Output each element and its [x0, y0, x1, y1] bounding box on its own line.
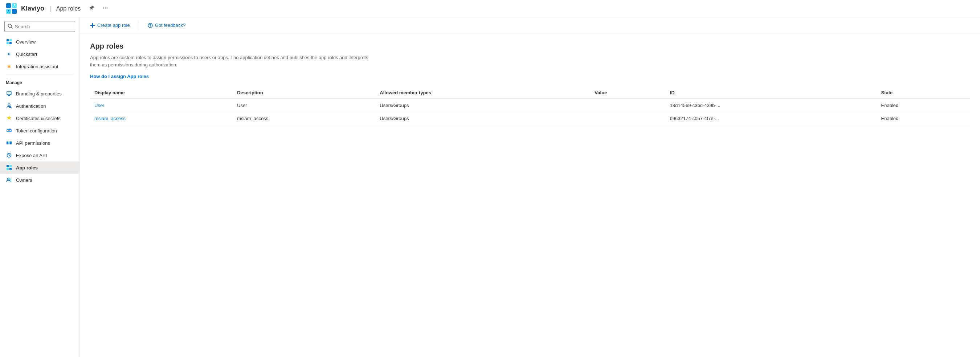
- sidebar-divider-manage: [6, 74, 74, 75]
- layout: « Overview Quickstart Integration assist…: [0, 17, 980, 357]
- integration-label: Integration assistant: [16, 64, 58, 69]
- app-roles-table: Display name Description Allowed member …: [90, 87, 970, 125]
- svg-rect-1: [12, 3, 17, 8]
- svg-line-10: [11, 27, 13, 28]
- branding-label: Branding & properties: [16, 91, 62, 97]
- sidebar-approles[interactable]: App roles: [0, 162, 80, 174]
- pin-button[interactable]: [87, 4, 97, 14]
- col-description: Description: [233, 87, 375, 99]
- svg-point-8: [107, 7, 108, 8]
- learn-link[interactable]: How do I assign App roles: [90, 74, 149, 79]
- svg-point-35: [8, 178, 10, 180]
- cell-state-0: Enabled: [877, 99, 970, 112]
- svg-rect-32: [6, 168, 9, 170]
- feedback-button[interactable]: Got feedback?: [145, 20, 189, 30]
- cell-display-name-1: msiam_access: [90, 112, 233, 125]
- svg-rect-17: [8, 92, 11, 94]
- overview-label: Overview: [16, 39, 35, 44]
- create-app-role-button[interactable]: Create app role: [87, 20, 133, 30]
- overview-icon: [6, 38, 12, 45]
- role-link-0[interactable]: User: [94, 103, 104, 108]
- sidebar-authentication[interactable]: Authentication: [0, 100, 80, 112]
- table-row: msiam_access msiam_access Users/Groups b…: [90, 112, 970, 125]
- svg-point-5: [14, 4, 16, 5]
- expose-icon: [6, 152, 12, 159]
- api-label: API permissions: [16, 140, 50, 146]
- sidebar-token[interactable]: Token configuration: [0, 124, 80, 137]
- app-name: Klaviyo: [21, 5, 44, 12]
- app-header: Klaviyo | App roles: [0, 0, 980, 17]
- svg-rect-0: [6, 3, 11, 8]
- svg-rect-11: [6, 39, 9, 41]
- svg-rect-18: [8, 95, 10, 96]
- sidebar-quickstart[interactable]: Quickstart: [0, 48, 80, 60]
- svg-rect-28: [10, 141, 12, 144]
- header-divider: |: [49, 5, 51, 12]
- cell-allowed-1: Users/Groups: [375, 112, 590, 125]
- integration-icon: [6, 63, 12, 70]
- create-app-role-label: Create app role: [97, 22, 130, 28]
- token-label: Token configuration: [16, 128, 57, 133]
- certificates-icon: [6, 115, 12, 122]
- api-icon: [6, 140, 12, 146]
- sidebar-expose[interactable]: Expose an API: [0, 149, 80, 162]
- cell-id-0: 18d14569-c3bd-439b-...: [666, 99, 877, 112]
- col-allowed-member-types: Allowed member types: [375, 87, 590, 99]
- toolbar: Create app role Got feedback?: [80, 17, 980, 33]
- search-input[interactable]: [15, 24, 76, 29]
- owners-label: Owners: [16, 178, 32, 183]
- search-icon: [8, 24, 13, 30]
- cell-id-1: b9632174-c057-4f7e-...: [666, 112, 877, 125]
- cell-value-0: [590, 99, 665, 112]
- sidebar-branding[interactable]: Branding & properties: [0, 87, 80, 100]
- svg-rect-14: [10, 42, 12, 44]
- col-value: Value: [590, 87, 665, 99]
- feedback-label: Got feedback?: [155, 22, 186, 28]
- token-icon: [6, 127, 12, 134]
- svg-rect-27: [8, 141, 10, 144]
- quickstart-label: Quickstart: [16, 52, 37, 57]
- page-title: App roles: [90, 42, 970, 51]
- table-header: Display name Description Allowed member …: [90, 87, 970, 99]
- cell-state-1: Enabled: [877, 112, 970, 125]
- more-button[interactable]: [100, 4, 110, 14]
- quickstart-icon: [6, 51, 12, 57]
- sidebar-search-container: «: [0, 17, 80, 36]
- toolbar-separator: [138, 21, 139, 30]
- svg-rect-26: [6, 141, 8, 144]
- cell-description-0: User: [233, 99, 375, 112]
- cell-value-1: [590, 112, 665, 125]
- page-description: App roles are custom roles to assign per…: [90, 54, 373, 68]
- branding-icon: [6, 90, 12, 97]
- svg-rect-30: [6, 165, 9, 167]
- main-content: Create app role Got feedback? App roles …: [80, 17, 980, 357]
- sidebar-api[interactable]: API permissions: [0, 137, 80, 149]
- owners-icon: [6, 177, 12, 183]
- col-display-name: Display name: [90, 87, 233, 99]
- plus-icon: [90, 23, 95, 28]
- sidebar-certificates[interactable]: Certificates & secrets: [0, 112, 80, 124]
- approles-icon: [6, 164, 12, 171]
- svg-point-6: [103, 7, 104, 8]
- sidebar-search-box[interactable]: «: [4, 21, 75, 32]
- svg-rect-31: [10, 165, 12, 167]
- authentication-label: Authentication: [16, 103, 46, 109]
- col-state: State: [877, 87, 970, 99]
- app-logo: [6, 3, 18, 14]
- feedback-icon: [148, 23, 153, 28]
- sidebar: « Overview Quickstart Integration assist…: [0, 17, 80, 357]
- role-link-1[interactable]: msiam_access: [94, 116, 126, 121]
- sidebar-owners[interactable]: Owners: [0, 174, 80, 186]
- approles-label: App roles: [16, 165, 38, 171]
- col-id: ID: [666, 87, 877, 99]
- cell-description-1: msiam_access: [233, 112, 375, 125]
- svg-point-40: [150, 26, 150, 27]
- cell-display-name-0: User: [90, 99, 233, 112]
- certificates-label: Certificates & secrets: [16, 116, 60, 121]
- sidebar-overview[interactable]: Overview: [0, 36, 80, 48]
- svg-point-19: [8, 104, 10, 106]
- svg-point-7: [105, 7, 106, 8]
- header-actions: [87, 4, 110, 14]
- sidebar-integration[interactable]: Integration assistant: [0, 60, 80, 73]
- expose-label: Expose an API: [16, 153, 47, 158]
